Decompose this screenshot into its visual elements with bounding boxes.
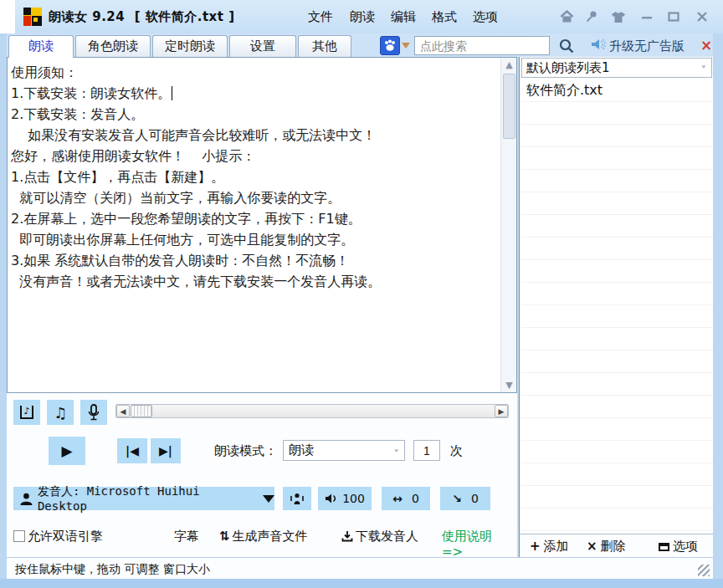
voice-test-button[interactable]: [283, 487, 311, 510]
menu-options[interactable]: 选项: [473, 9, 498, 25]
speed-value: 0: [412, 492, 419, 505]
menu-edit[interactable]: 编辑: [391, 9, 416, 25]
editor-scrollbar[interactable]: ▲ ▼: [500, 58, 516, 392]
playlist-item[interactable]: [521, 463, 712, 486]
tab-read[interactable]: 朗读: [8, 35, 74, 58]
volume-button[interactable]: 100: [318, 487, 372, 510]
cycle-icon: ⇅: [219, 529, 230, 544]
microphone-button[interactable]: [80, 400, 107, 425]
speed-icon: ↔: [392, 492, 403, 505]
progress-slider[interactable]: ◀ ▶: [115, 404, 509, 418]
resize-grip-icon[interactable]: [698, 565, 710, 576]
text-editor[interactable]: 使用须知：1.下载安装：朗读女软件。2.下载安装：发音人。 如果没有安装发音人可…: [7, 57, 517, 393]
paw-dropdown-icon[interactable]: [402, 43, 410, 49]
tab-settings[interactable]: 设置: [229, 35, 296, 57]
scrollbar-thumb[interactable]: [503, 74, 515, 139]
playlist-item[interactable]: 软件简介.txt: [521, 79, 712, 102]
scroll-down-icon[interactable]: ▼: [501, 378, 517, 392]
playlist-item[interactable]: [521, 170, 712, 192]
chevron-down-icon: ˅: [701, 61, 707, 79]
editor-line: 使用须知：: [11, 62, 498, 83]
playlist-panel: 默认朗读列表1 ˅ 软件简介.txt +添加 ×删除 选项: [519, 57, 713, 557]
download-voice-link[interactable]: 下载发音人: [341, 529, 418, 545]
tab-other[interactable]: 其他: [298, 35, 351, 57]
next-button[interactable]: ▶|: [151, 438, 181, 463]
pitch-button[interactable]: ↘ 0: [440, 487, 490, 510]
playlist-item[interactable]: [521, 102, 712, 125]
skin-icon[interactable]: [609, 9, 628, 24]
editor-line: 您好，感谢使用朗读女软件！ 小提示：: [11, 146, 498, 166]
music-note-button[interactable]: ♫: [47, 400, 74, 425]
status-bar: 按住鼠标中键，拖动 可调整 窗口大小: [7, 557, 713, 579]
delete-button[interactable]: ×删除: [587, 539, 626, 555]
playlist-actions: +添加 ×删除 选项: [520, 534, 714, 557]
desktop-corner: [0, 0, 15, 33]
export-audio-link[interactable]: ⇅生成声音文件: [219, 529, 308, 545]
repeat-unit-label: 次: [450, 443, 463, 459]
home-icon[interactable]: [557, 9, 576, 24]
background-music-button[interactable]: ♪: [13, 400, 40, 425]
paw-search-icon[interactable]: [380, 36, 400, 55]
upgrade-close-icon[interactable]: ×: [700, 37, 712, 54]
playlist-item[interactable]: [521, 418, 712, 441]
read-mode-label: 朗读模式：: [214, 443, 277, 459]
read-mode-select[interactable]: 朗读 ˅: [283, 440, 405, 461]
slider-right-icon[interactable]: ▶: [495, 405, 508, 417]
editor-line: 1.点击【文件】，再点击【新建】。: [11, 166, 498, 187]
playlist-item[interactable]: [521, 283, 712, 305]
editor-content[interactable]: 使用须知：1.下载安装：朗读女软件。2.下载安装：发音人。 如果没有安装发音人可…: [11, 62, 498, 292]
editor-line: 1.下载安装：朗读女软件。: [11, 83, 498, 104]
playlist-item[interactable]: [521, 125, 712, 147]
editor-line: 3.如果 系统默认自带的发音人朗读时：不自然！不流畅！: [11, 250, 498, 271]
add-button[interactable]: +添加: [530, 539, 569, 555]
play-button[interactable]: ▶: [49, 437, 85, 465]
window-frame-left: [0, 33, 7, 579]
playlist-item[interactable]: [521, 396, 712, 418]
tab-role-read[interactable]: 角色朗读: [75, 35, 151, 57]
speaking-person-icon: [290, 492, 305, 505]
close-icon[interactable]: [693, 9, 711, 24]
bilingual-checkbox[interactable]: [13, 530, 25, 542]
minimize-icon[interactable]: [638, 9, 656, 24]
menu-file[interactable]: 文件: [308, 9, 333, 25]
window-title: 朗读女 9.24 [ 软件简介.txt ]: [49, 9, 235, 25]
playlist-item[interactable]: [521, 147, 712, 170]
editor-line: 即可朗读出你屏幕上任何地方，可选中且能复制的文字。: [11, 229, 498, 250]
editor-line: 2.在屏幕上，选中一段您希望朗读的文字，再按下：F1键。: [11, 208, 498, 229]
title-bar: 朗读女 9.24 [ 软件简介.txt ] 文件 朗读 编辑 格式 选项: [15, 0, 723, 33]
pin-icon[interactable]: [582, 9, 601, 24]
search-icon[interactable]: [556, 35, 577, 56]
playlist-item[interactable]: [521, 350, 712, 373]
maximize-icon[interactable]: [664, 9, 683, 24]
playlist-select[interactable]: 默认朗读列表1 ˅: [521, 58, 712, 78]
playlist-item[interactable]: [521, 509, 712, 531]
volume-icon: [325, 493, 338, 504]
tab-timed-read[interactable]: 定时朗读: [152, 35, 228, 57]
slider-left-icon[interactable]: ◀: [116, 405, 130, 417]
repeat-count-input[interactable]: [413, 440, 440, 461]
upgrade-no-ads-link[interactable]: 升级无广告版: [609, 38, 685, 54]
playlist-item[interactable]: [521, 305, 712, 328]
playlist-select-value: 默认朗读列表1: [526, 60, 610, 75]
menu-format[interactable]: 格式: [432, 9, 457, 25]
playlist-item[interactable]: [521, 238, 712, 260]
voice-select-button[interactable]: 发音人: Microsoft Huihui Desktop: [13, 487, 274, 510]
upgrade-speaker-icon: [590, 37, 607, 55]
playlist-item[interactable]: [521, 328, 712, 350]
options-button[interactable]: 选项: [659, 539, 698, 555]
scroll-up-icon[interactable]: ▲: [501, 58, 517, 72]
menu-read[interactable]: 朗读: [350, 9, 375, 25]
previous-button[interactable]: |◀: [117, 438, 147, 463]
playlist-list[interactable]: 软件简介.txt: [521, 79, 712, 534]
subtitle-link[interactable]: 字幕: [174, 529, 199, 545]
playlist-item[interactable]: [521, 215, 712, 238]
playlist-item[interactable]: [521, 260, 712, 283]
playlist-item[interactable]: [521, 486, 712, 509]
search-input[interactable]: [414, 36, 550, 55]
speed-button[interactable]: ↔ 0: [382, 487, 430, 510]
slider-thumb[interactable]: [131, 405, 152, 417]
help-link[interactable]: 使用说明 =>: [442, 529, 515, 560]
playlist-item[interactable]: [521, 192, 712, 215]
playlist-item[interactable]: [521, 441, 712, 463]
playlist-item[interactable]: [521, 373, 712, 396]
